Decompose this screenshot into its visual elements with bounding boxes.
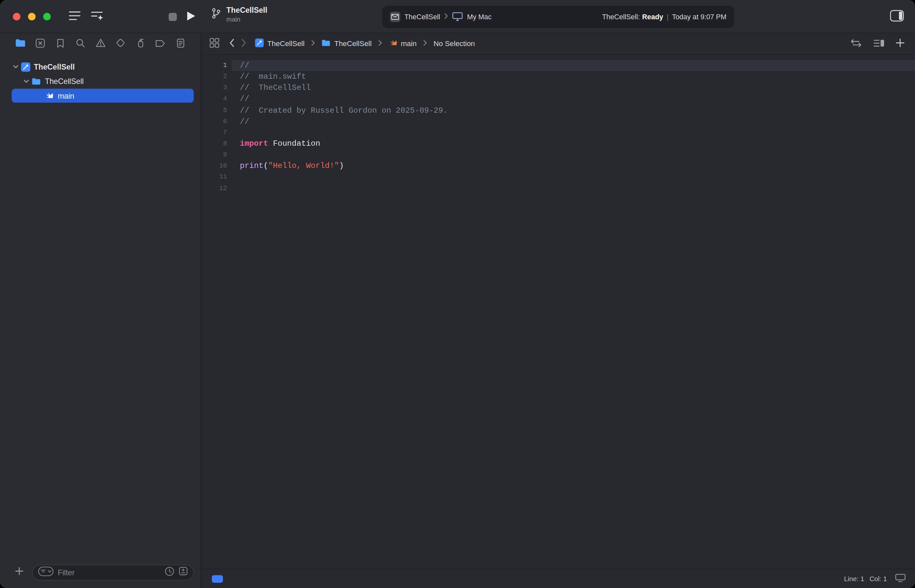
code-line[interactable]: // — [232, 60, 915, 71]
main-split: TheCellSell TheCellSell main — [0, 33, 915, 588]
tab-tests-navigator[interactable] — [114, 37, 127, 50]
code-line[interactable] — [232, 127, 915, 138]
code-token-comment: // main.swift — [240, 73, 306, 81]
line-indicator: Line: 1 — [844, 575, 864, 582]
find-icon — [76, 38, 85, 50]
line-number[interactable]: 6 — [201, 116, 227, 127]
line-number[interactable]: 11 — [201, 172, 227, 183]
run-button[interactable] — [183, 10, 199, 24]
source-editor[interactable]: 123456789101112 //// main.swift// TheCel… — [201, 55, 915, 569]
folder-icon — [322, 39, 331, 48]
code-lines[interactable]: //// main.swift// TheCellSell//// Create… — [232, 60, 915, 569]
code-line[interactable]: // main.swift — [232, 71, 915, 82]
mac-destination-icon — [453, 11, 463, 23]
code-line[interactable] — [232, 172, 915, 183]
tree-row-project[interactable]: TheCellSell — [0, 60, 200, 74]
project-app-icon — [390, 12, 400, 22]
code-line[interactable]: print("Hello, World!") — [232, 161, 915, 172]
chevron-right-icon — [423, 40, 427, 48]
tab-find-navigator[interactable] — [74, 37, 87, 50]
line-number[interactable]: 8 — [201, 138, 227, 149]
line-number[interactable]: 10 — [201, 161, 227, 172]
filter-icon — [38, 566, 53, 578]
tab-breakpoints-navigator[interactable] — [154, 37, 167, 50]
zoom-window-button[interactable] — [43, 13, 51, 20]
tab-debug-navigator[interactable] — [134, 37, 147, 50]
cursor-position: Line: 1 Col: 1 — [844, 575, 887, 582]
stop-button[interactable] — [165, 10, 181, 24]
line-number[interactable]: 5 — [201, 105, 227, 116]
back-button[interactable] — [230, 39, 234, 49]
run-icon — [186, 10, 196, 24]
scm-changes-icon[interactable] — [178, 567, 188, 578]
status-separator: | — [666, 13, 670, 21]
swap-arrows-button[interactable] — [850, 38, 862, 49]
display-icon[interactable] — [895, 573, 905, 584]
tab-bookmarks-navigator[interactable] — [54, 37, 67, 50]
breadcrumb-folder[interactable]: TheCellSell — [322, 39, 372, 48]
inspector-toggle-button[interactable] — [889, 10, 905, 24]
code-line[interactable] — [232, 183, 915, 194]
tab-source-control-navigator[interactable] — [34, 37, 47, 50]
code-token-plain: ) — [339, 162, 344, 171]
disclosure-chevron-icon[interactable] — [12, 65, 20, 69]
code-token-comment: // — [240, 95, 249, 103]
editor-pane: TheCellSell TheCellSell — [201, 33, 915, 588]
coding-assistant-button[interactable] — [89, 10, 105, 24]
filter-input[interactable] — [58, 568, 160, 577]
breadcrumb-file[interactable]: main — [388, 39, 417, 49]
code-line[interactable]: // Created by Russell Gordon on 2025-09-… — [232, 105, 915, 116]
editor-mode-chip-icon[interactable] — [212, 575, 223, 582]
code-line[interactable]: // TheCellSell — [232, 82, 915, 94]
code-line[interactable]: // — [232, 94, 915, 105]
tab-project-navigator[interactable] — [14, 37, 27, 50]
code-token-keyword: import — [240, 139, 268, 148]
project-folder-icon — [15, 39, 26, 50]
reports-icon — [176, 38, 184, 50]
line-number[interactable]: 7 — [201, 127, 227, 138]
activity-project-label: TheCellSell — [404, 13, 441, 21]
line-number[interactable]: 12 — [201, 183, 227, 194]
tree-label: TheCellSell — [34, 62, 75, 71]
editor-layout-button[interactable] — [873, 38, 884, 49]
breadcrumb-selection[interactable]: No Selection — [434, 40, 475, 48]
filter-field[interactable] — [32, 564, 194, 580]
breadcrumb-label: TheCellSell — [267, 40, 305, 48]
disclosure-chevron-icon[interactable] — [22, 79, 31, 84]
code-line[interactable]: // — [232, 116, 915, 127]
tree-row-main-selected[interactable]: main — [12, 89, 194, 103]
scheme-selector[interactable]: TheCellSell main — [211, 6, 267, 24]
line-number-gutter[interactable]: 123456789101112 — [201, 60, 232, 569]
code-token-comment: // TheCellSell — [240, 84, 311, 92]
code-token-comment: // — [240, 117, 249, 126]
navigator-toggle-button[interactable] — [67, 10, 83, 24]
code-token-comment: // Created by Russell Gordon on 2025-09-… — [240, 106, 448, 115]
swift-file-icon — [388, 39, 398, 49]
minimize-window-button[interactable] — [28, 13, 36, 20]
line-number[interactable]: 4 — [201, 94, 227, 105]
tab-issues-navigator[interactable] — [94, 37, 107, 50]
tab-reports-navigator[interactable] — [174, 37, 187, 50]
jump-bar: TheCellSell TheCellSell — [201, 33, 915, 55]
code-line[interactable] — [232, 149, 915, 160]
chevron-right-icon — [311, 40, 315, 48]
activity-view[interactable]: TheCellSell My Mac TheCellSell: Ready | … — [382, 6, 734, 28]
line-number[interactable]: 2 — [201, 71, 227, 82]
related-items-button[interactable] — [210, 38, 219, 50]
add-button[interactable] — [15, 567, 23, 578]
recent-clock-icon[interactable] — [165, 566, 175, 578]
line-number[interactable]: 1 — [201, 60, 227, 71]
tree-row-folder[interactable]: TheCellSell — [0, 74, 200, 89]
add-editor-button[interactable] — [896, 39, 905, 49]
code-line[interactable]: import Foundation — [232, 138, 915, 149]
chevron-right-icon — [445, 13, 449, 21]
breadcrumb-project[interactable]: TheCellSell — [255, 39, 305, 49]
forward-button[interactable] — [241, 39, 246, 49]
window-controls — [13, 13, 51, 20]
folder-icon — [31, 78, 41, 85]
line-number[interactable]: 3 — [201, 82, 227, 94]
close-window-button[interactable] — [13, 13, 20, 20]
navigator-sidebar: TheCellSell TheCellSell main — [0, 33, 201, 588]
line-number[interactable]: 9 — [201, 149, 227, 160]
tests-icon — [115, 38, 125, 50]
